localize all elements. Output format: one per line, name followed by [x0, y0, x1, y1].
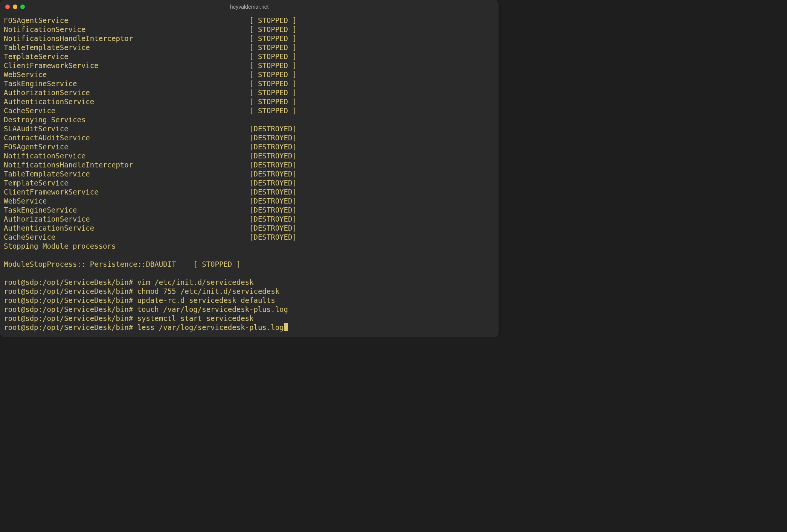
window-controls — [5, 5, 25, 9]
service-status-line: ClientFrameworkService [ STOPPED ] — [4, 61, 495, 70]
terminal-body[interactable]: FOSAgentService [ STOPPED ]NotificationS… — [0, 14, 499, 337]
command: vim /etc/init.d/servicedesk — [137, 278, 254, 286]
command: chmod 755 /etc/init.d/servicedesk — [137, 287, 280, 295]
minimize-icon[interactable] — [13, 5, 17, 9]
cursor-icon — [284, 323, 288, 331]
zoom-icon[interactable] — [20, 5, 25, 9]
service-status-line: CacheService [DESTROYED] — [4, 233, 495, 242]
prompt-line: root@sdp:/opt/ServiceDesk/bin# vim /etc/… — [4, 278, 495, 287]
module-stop-line: ModuleStopProcess:: Persistence::DBAUDIT… — [4, 260, 495, 269]
service-status-line: TemplateService [DESTROYED] — [4, 178, 495, 187]
service-status-line: AuthorizationService [DESTROYED] — [4, 214, 495, 223]
blank-line — [4, 251, 495, 260]
service-status-line: AuthorizationService [ STOPPED ] — [4, 88, 495, 97]
prompt-line: root@sdp:/opt/ServiceDesk/bin# systemctl… — [4, 314, 495, 323]
window-title: heyvaldemar.net — [230, 4, 269, 10]
prompt-line: root@sdp:/opt/ServiceDesk/bin# less /var… — [4, 323, 495, 332]
command: less /var/log/servicedesk-plus.log — [137, 323, 284, 331]
prompt: root@sdp:/opt/ServiceDesk/bin# — [4, 278, 137, 286]
service-status-line: TableTemplateService [DESTROYED] — [4, 169, 495, 178]
service-status-line: NotificationService [ STOPPED ] — [4, 25, 495, 34]
close-icon[interactable] — [5, 5, 10, 9]
service-status-line: FOSAgentService [DESTROYED] — [4, 142, 495, 151]
section-header: Stopping Module processors — [4, 242, 495, 251]
titlebar: heyvaldemar.net — [0, 0, 499, 14]
service-status-line: TableTemplateService [ STOPPED ] — [4, 43, 495, 52]
prompt-line: root@sdp:/opt/ServiceDesk/bin# update-rc… — [4, 296, 495, 305]
service-status-line: NotificationsHandleInterceptor [ STOPPED… — [4, 34, 495, 43]
service-status-line: NotificationService [DESTROYED] — [4, 151, 495, 160]
service-status-line: WebService [DESTROYED] — [4, 196, 495, 205]
service-status-line: TaskEngineService [ STOPPED ] — [4, 79, 495, 88]
service-status-line: SLAAuditService [DESTROYED] — [4, 124, 495, 133]
command: touch /var/log/servicedesk-plus.log — [137, 305, 288, 313]
prompt: root@sdp:/opt/ServiceDesk/bin# — [4, 305, 137, 313]
prompt: root@sdp:/opt/ServiceDesk/bin# — [4, 296, 137, 304]
service-status-line: ClientFrameworkService [DESTROYED] — [4, 187, 495, 196]
prompt: root@sdp:/opt/ServiceDesk/bin# — [4, 323, 137, 331]
prompt: root@sdp:/opt/ServiceDesk/bin# — [4, 287, 137, 295]
terminal-window: heyvaldemar.net FOSAgentService [ STOPPE… — [0, 0, 499, 337]
service-status-line: AuthenticationService [ STOPPED ] — [4, 97, 495, 106]
service-status-line: TaskEngineService [DESTROYED] — [4, 205, 495, 214]
service-status-line: TemplateService [ STOPPED ] — [4, 52, 495, 61]
service-status-line: WebService [ STOPPED ] — [4, 70, 495, 79]
prompt-line: root@sdp:/opt/ServiceDesk/bin# chmod 755… — [4, 287, 495, 296]
service-status-line: CacheService [ STOPPED ] — [4, 106, 495, 115]
service-status-line: AuthenticationService [DESTROYED] — [4, 223, 495, 233]
prompt-line: root@sdp:/opt/ServiceDesk/bin# touch /va… — [4, 305, 495, 314]
prompt: root@sdp:/opt/ServiceDesk/bin# — [4, 314, 137, 322]
service-status-line: FOSAgentService [ STOPPED ] — [4, 16, 495, 25]
command: update-rc.d servicedesk defaults — [137, 296, 275, 304]
blank-line — [4, 269, 495, 278]
service-status-line: NotificationsHandleInterceptor [DESTROYE… — [4, 160, 495, 169]
service-status-line: ContractAUditService [DESTROYED] — [4, 133, 495, 142]
command: systemctl start servicedesk — [137, 314, 254, 322]
section-header: Destroying Services — [4, 115, 495, 124]
